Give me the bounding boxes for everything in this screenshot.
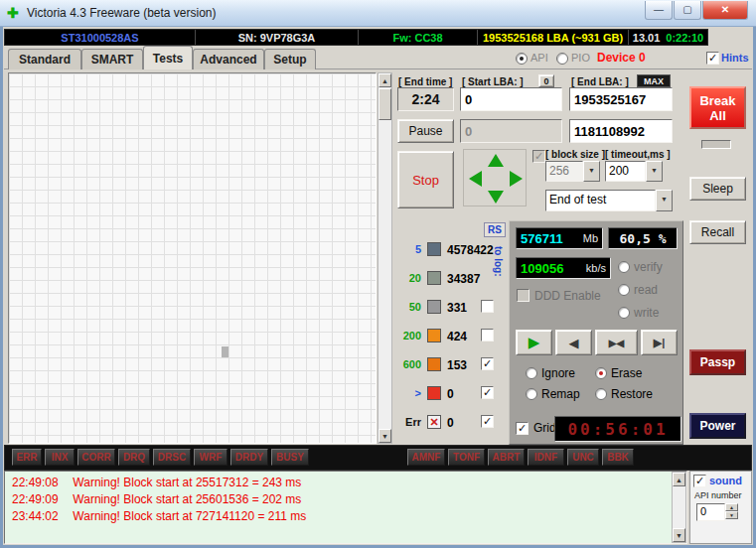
app-icon: ✚ bbox=[7, 5, 19, 21]
end-of-test-select[interactable]: End of test ▼ bbox=[545, 190, 673, 211]
restore-radio-label: Restore bbox=[611, 387, 653, 401]
dropdown-icon[interactable]: ▼ bbox=[656, 190, 673, 211]
arrow-down-icon[interactable] bbox=[488, 191, 504, 204]
restore-radio[interactable] bbox=[595, 388, 607, 400]
timing-color-swatch bbox=[427, 300, 441, 314]
block-size-select[interactable]: 256 ▼ bbox=[545, 161, 600, 182]
api-radio[interactable] bbox=[516, 53, 528, 65]
scroll-up-icon[interactable]: ▲ bbox=[378, 73, 391, 87]
api-number-value[interactable]: 0 bbox=[696, 503, 725, 521]
grid-checkbox[interactable] bbox=[516, 422, 529, 435]
ignore-radio[interactable] bbox=[526, 367, 537, 379]
timing-count: 331 bbox=[447, 301, 467, 315]
tab-advanced[interactable]: Advanced bbox=[193, 49, 264, 69]
ignore-radio-label: Ignore bbox=[541, 366, 575, 380]
position-shadow-field: 0 bbox=[460, 119, 562, 143]
stop-button[interactable]: Stop bbox=[397, 151, 454, 208]
api-number-spinner[interactable]: 0 ▲ ▼ bbox=[696, 503, 739, 521]
start-test-button[interactable]: ▶ bbox=[516, 330, 552, 355]
arrow-up-icon[interactable] bbox=[488, 154, 504, 167]
break-all-button[interactable]: Break All bbox=[689, 86, 746, 129]
ddd-enable-checkbox bbox=[517, 289, 529, 302]
spinner-down-icon[interactable]: ▼ bbox=[725, 511, 738, 519]
timing-row-label: 50 bbox=[395, 301, 421, 313]
end-lba-label: [ End LBA: ] bbox=[571, 76, 629, 87]
start-lba-zero-button[interactable]: 0 bbox=[538, 74, 554, 87]
hints-checkbox[interactable] bbox=[706, 52, 719, 65]
jump-button[interactable]: ▶◀ bbox=[595, 330, 638, 355]
dropdown-icon[interactable]: ▼ bbox=[583, 161, 600, 182]
arrow-right-icon[interactable] bbox=[510, 171, 523, 187]
timing-log-checkbox[interactable] bbox=[481, 300, 494, 313]
tab-tests[interactable]: Tests bbox=[143, 46, 193, 69]
timeout-select[interactable]: 200 ▼ bbox=[605, 161, 663, 182]
block-map-scrollbar[interactable]: ▲ ▼ bbox=[378, 72, 392, 444]
end-time-display: 2:24 bbox=[397, 87, 454, 111]
arrow-left-icon[interactable] bbox=[469, 171, 482, 187]
remap-radio[interactable] bbox=[526, 388, 537, 400]
timing-log-checkbox[interactable] bbox=[481, 357, 494, 370]
flag-idnf: IDNF bbox=[528, 449, 564, 466]
minimize-button[interactable]: — bbox=[645, 1, 673, 20]
loop-checkbox[interactable] bbox=[532, 150, 545, 163]
log-time: 22:49:08 bbox=[12, 476, 70, 489]
scroll-up-icon[interactable]: ▲ bbox=[673, 473, 685, 486]
block-map bbox=[8, 72, 377, 444]
play-icon: ▶ bbox=[529, 334, 540, 351]
pio-radio[interactable] bbox=[556, 53, 568, 65]
flag-bbk: BBK bbox=[602, 449, 634, 466]
flag-corr: CORR bbox=[77, 449, 115, 466]
scroll-down-icon[interactable]: ▼ bbox=[673, 528, 685, 542]
pause-button[interactable]: Pause bbox=[397, 119, 454, 143]
tab-setup[interactable]: Setup bbox=[264, 49, 316, 69]
drive-capacity: 1953525168 LBA (~931 GB) bbox=[478, 30, 629, 45]
timing-log-checkbox[interactable] bbox=[481, 415, 494, 428]
end-lba-input[interactable]: 1953525167 bbox=[569, 87, 673, 111]
scrollbar-thumb[interactable] bbox=[378, 88, 391, 120]
session-uptime: 0:22:10 bbox=[666, 32, 703, 44]
pio-radio-label: PIO bbox=[571, 52, 590, 64]
flag-busy: BUSY bbox=[271, 449, 309, 466]
log-time: 23:44:02 bbox=[12, 509, 70, 523]
drive-firmware: Fw: CC38 bbox=[359, 30, 478, 45]
timeout-label: [ timeout,ms ] bbox=[605, 149, 671, 160]
maximize-button[interactable]: ▢ bbox=[674, 1, 701, 20]
end-lba-max-button[interactable]: MAX bbox=[637, 74, 671, 87]
log-scrollbar[interactable]: ▲ ▼ bbox=[672, 472, 686, 543]
sound-checkbox[interactable] bbox=[693, 475, 706, 487]
api-radio-label: API bbox=[530, 52, 548, 64]
speed-display: 109056 kb/s bbox=[516, 257, 611, 279]
log-time: 22:49:09 bbox=[12, 492, 70, 506]
scanned-block-marker bbox=[222, 346, 228, 357]
close-button[interactable]: ✕ bbox=[702, 1, 748, 20]
timing-count: 4578422 bbox=[447, 243, 494, 257]
scroll-down-icon[interactable]: ▼ bbox=[378, 429, 391, 443]
seek-back-button[interactable]: ◀ bbox=[555, 330, 592, 355]
timing-log-checkbox[interactable] bbox=[481, 329, 494, 342]
tab-standard[interactable]: Standard bbox=[8, 49, 81, 69]
flag-drdy: DRDY bbox=[230, 449, 268, 466]
dropdown-icon[interactable]: ▼ bbox=[646, 161, 663, 182]
power-button[interactable]: Power bbox=[689, 413, 746, 439]
timing-count: 0 bbox=[447, 387, 454, 401]
tab-smart[interactable]: SMART bbox=[81, 49, 143, 69]
current-lba-field[interactable]: 1181108992 bbox=[569, 119, 673, 143]
rs-button[interactable]: RS bbox=[484, 222, 506, 237]
erase-radio[interactable] bbox=[595, 367, 607, 379]
sleep-button[interactable]: Sleep bbox=[689, 177, 746, 201]
seek-end-button[interactable]: ▶| bbox=[641, 330, 678, 355]
write-radio-label: write bbox=[634, 306, 659, 320]
timing-color-swatch bbox=[427, 386, 441, 400]
timing-row-label: 20 bbox=[395, 272, 421, 284]
window-titlebar: ✚ Victoria 4.3 Freeware (beta version) bbox=[0, 0, 756, 27]
timing-log-checkbox[interactable] bbox=[481, 386, 494, 399]
flag-inx: INX bbox=[45, 449, 75, 466]
spinner-up-icon[interactable]: ▲ bbox=[725, 503, 738, 511]
timing-color-swatch bbox=[427, 271, 441, 285]
timing-count: 153 bbox=[447, 358, 467, 372]
start-lba-input[interactable]: 0 bbox=[460, 87, 562, 111]
recall-button[interactable]: Recall bbox=[689, 220, 746, 244]
passp-button[interactable]: Passp bbox=[689, 349, 746, 375]
drive-serial: SN: 9VP78G3A bbox=[196, 30, 359, 45]
timing-color-swatch bbox=[427, 329, 441, 342]
